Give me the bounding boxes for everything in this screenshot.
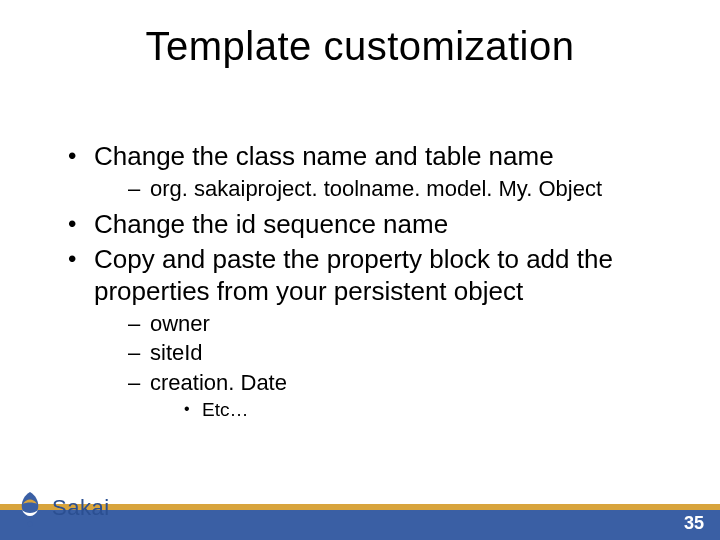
sub-bullet-text: org. sakaiproject. toolname. model. My. … [150,176,602,201]
slide: Template customization Change the class … [0,0,720,540]
page-number: 35 [684,513,704,534]
bullet-item: Copy and paste the property block to add… [66,243,660,422]
sub-sub-bullet-item: Etc… [184,398,660,422]
sakai-logo-icon [10,488,50,528]
footer: Sakai 35 [0,482,720,540]
svg-point-0 [28,522,33,527]
bullet-item: Change the id sequence name [66,208,660,241]
bullet-item: Change the class name and table name org… [66,140,660,202]
bullet-text: Change the id sequence name [94,209,448,239]
sakai-logo-text: Sakai [52,495,110,521]
bullet-list: Change the class name and table name org… [66,140,660,422]
sub-bullet-text: creation. Date [150,370,287,395]
slide-title: Template customization [0,24,720,69]
bullet-text: Copy and paste the property block to add… [94,244,613,307]
sub-bullet-item: creation. Date Etc… [128,369,660,422]
sub-bullet-item: owner [128,310,660,338]
sub-bullet-item: org. sakaiproject. toolname. model. My. … [128,175,660,203]
sub-bullet-item: siteId [128,339,660,367]
sub-bullet-list: org. sakaiproject. toolname. model. My. … [94,175,660,203]
sub-sub-bullet-list: Etc… [150,398,660,422]
sub-bullet-text: siteId [150,340,203,365]
sub-sub-bullet-text: Etc… [202,399,248,420]
sub-bullet-list: owner siteId creation. Date Etc… [94,310,660,422]
sub-bullet-text: owner [150,311,210,336]
slide-body: Change the class name and table name org… [66,140,660,428]
bullet-text: Change the class name and table name [94,141,554,171]
sakai-logo: Sakai [10,484,110,532]
